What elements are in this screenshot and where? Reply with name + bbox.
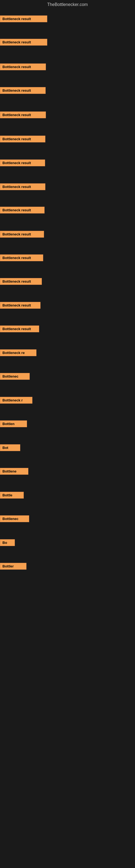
bottleneck-result-item[interactable]: Bottleneck result bbox=[0, 231, 44, 238]
bottleneck-result-item[interactable]: Bottle bbox=[0, 492, 24, 499]
bottleneck-result-item[interactable]: Bot bbox=[0, 444, 20, 451]
bottleneck-result-item[interactable]: Bottleneck result bbox=[0, 207, 45, 214]
site-title: TheBottlenecker.com bbox=[0, 0, 135, 8]
bottleneck-result-item[interactable]: Bottler bbox=[0, 563, 27, 569]
bottleneck-result-item[interactable]: Bo bbox=[0, 539, 15, 546]
bottleneck-result-item[interactable]: Bottleneck result bbox=[0, 302, 41, 309]
bottleneck-result-item[interactable]: Bottleneck result bbox=[0, 159, 45, 166]
bottleneck-result-item[interactable]: Bottleneck r bbox=[0, 397, 32, 404]
bottleneck-result-item[interactable]: Bottlenec bbox=[0, 373, 30, 380]
bottleneck-result-item[interactable]: Bottlenec bbox=[0, 516, 29, 522]
bottleneck-result-item[interactable]: Bottleneck result bbox=[0, 63, 46, 70]
bottleneck-result-item[interactable]: Bottleneck result bbox=[0, 39, 47, 45]
bottleneck-result-item[interactable]: Bottleneck result bbox=[0, 326, 39, 332]
bottleneck-result-item[interactable]: Bottleneck result bbox=[0, 135, 45, 143]
bottleneck-result-item[interactable]: Bottleneck re bbox=[0, 349, 37, 356]
bottleneck-result-item[interactable]: Bottlen bbox=[0, 421, 27, 427]
bottleneck-result-item[interactable]: Bottlene bbox=[0, 468, 28, 475]
bottleneck-result-item[interactable]: Bottleneck result bbox=[0, 254, 43, 261]
bottleneck-result-item[interactable]: Bottleneck result bbox=[0, 112, 46, 118]
bottleneck-result-item[interactable]: Bottleneck result bbox=[0, 16, 47, 22]
bottleneck-result-item[interactable]: Bottleneck result bbox=[0, 278, 42, 285]
bottleneck-result-item[interactable]: Bottleneck result bbox=[0, 87, 46, 94]
bottleneck-result-item[interactable]: Bottleneck result bbox=[0, 183, 45, 190]
